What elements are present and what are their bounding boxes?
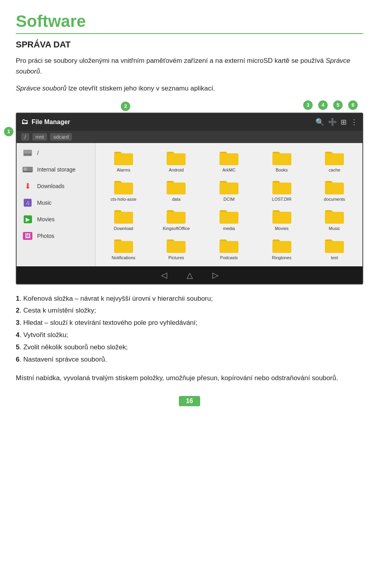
svg-rect-10 bbox=[272, 153, 291, 165]
folder-label: Podcasts bbox=[220, 255, 238, 260]
breadcrumb-root[interactable]: / bbox=[21, 133, 29, 141]
svg-rect-19 bbox=[220, 212, 238, 224]
sidebar-item-music[interactable]: ♫ Music bbox=[17, 194, 95, 211]
svg-rect-13 bbox=[167, 183, 186, 194]
folder-label: Android bbox=[169, 168, 184, 172]
page-number-badge: 16 bbox=[179, 396, 200, 406]
downloads-icon: ⬇ bbox=[22, 182, 33, 190]
sidebar-root-label: / bbox=[37, 150, 39, 156]
movies-icon: ▶ bbox=[22, 215, 33, 224]
callout-3: 3 bbox=[303, 100, 313, 110]
top-bar-actions: 🔍 ➕ ⊞ ⋮ bbox=[315, 118, 358, 126]
svg-rect-12 bbox=[114, 183, 133, 194]
list-item[interactable]: media bbox=[203, 205, 255, 234]
folder-label: Download bbox=[114, 226, 133, 231]
svg-rect-21 bbox=[325, 212, 344, 224]
svg-rect-14 bbox=[220, 183, 238, 194]
sidebar-item-internal[interactable]: Internal storage bbox=[17, 161, 95, 178]
root-icon bbox=[22, 149, 33, 157]
list-item[interactable]: data bbox=[150, 175, 203, 205]
folder-label: cts-holo-asse bbox=[111, 197, 136, 202]
list-item[interactable]: Podcasts bbox=[203, 234, 255, 263]
folder-grid: Alarms Android ArkMC Books cache bbox=[96, 143, 362, 266]
svg-rect-25 bbox=[272, 241, 291, 253]
breadcrumb-bar: / mnt sdcard bbox=[17, 131, 362, 143]
svg-rect-5 bbox=[23, 171, 32, 172]
descriptions-list: 1. Kořenová složka – návrat k nejvyšší ú… bbox=[16, 293, 363, 366]
search-icon[interactable]: 🔍 bbox=[315, 118, 324, 126]
list-item[interactable]: LOST.DIR bbox=[255, 175, 308, 205]
sidebar-item-movies[interactable]: ▶ Movies bbox=[17, 211, 95, 228]
back-button[interactable]: ◁ bbox=[161, 270, 167, 280]
page-number-area: 16 bbox=[16, 396, 363, 406]
music-icon: ♫ bbox=[22, 198, 33, 207]
breadcrumb-mnt[interactable]: mnt bbox=[32, 133, 47, 141]
sidebar-item-root[interactable]: / bbox=[17, 145, 95, 161]
folder-label: Books bbox=[276, 168, 288, 172]
list-item[interactable]: Notifications bbox=[97, 234, 150, 263]
sidebar-internal-label: Internal storage bbox=[37, 166, 75, 173]
list-item[interactable]: cts-holo-asse bbox=[97, 175, 150, 205]
breadcrumb-sdcard[interactable]: sdcard bbox=[50, 133, 72, 141]
folder-label: Ringtones bbox=[272, 255, 292, 260]
sidebar-photos-label: Photos bbox=[37, 233, 54, 239]
list-item[interactable]: Android bbox=[150, 146, 203, 175]
callout-1: 1 bbox=[4, 127, 13, 136]
list-item[interactable]: Books bbox=[255, 146, 308, 175]
svg-rect-17 bbox=[114, 212, 133, 224]
folder-label: DCIM bbox=[223, 197, 235, 202]
callout-2: 2 bbox=[121, 102, 130, 111]
svg-rect-24 bbox=[220, 241, 238, 253]
filter-icon[interactable]: ⊞ bbox=[341, 118, 347, 126]
sidebar: / Internal storage ⬇ Downloads ♫ bbox=[17, 143, 96, 266]
svg-rect-26 bbox=[325, 241, 344, 253]
list-item[interactable]: Ringtones bbox=[255, 234, 308, 263]
recents-button[interactable]: ▷ bbox=[212, 270, 218, 280]
svg-rect-9 bbox=[220, 153, 238, 165]
callout-numbers-row: 2 3 4 5 6 bbox=[16, 100, 363, 113]
svg-rect-6 bbox=[24, 168, 27, 171]
list-item[interactable]: ArkMC bbox=[203, 146, 255, 175]
add-folder-icon[interactable]: ➕ bbox=[328, 118, 337, 126]
svg-rect-22 bbox=[114, 241, 133, 253]
sidebar-movies-label: Movies bbox=[37, 216, 54, 222]
list-item[interactable]: Download bbox=[97, 205, 150, 234]
list-item[interactable]: cache bbox=[308, 146, 361, 175]
svg-point-3 bbox=[30, 154, 31, 155]
list-item[interactable]: Music bbox=[308, 205, 361, 234]
more-icon[interactable]: ⋮ bbox=[351, 118, 358, 126]
folder-label: media bbox=[223, 226, 235, 231]
list-item[interactable]: test bbox=[308, 234, 361, 263]
folder-label: ArkMC bbox=[222, 168, 236, 172]
app-title-text: File Manager bbox=[32, 119, 70, 126]
sidebar-item-downloads[interactable]: ⬇ Downloads bbox=[17, 178, 95, 194]
home-button[interactable]: △ bbox=[187, 270, 193, 280]
page-title: Software bbox=[16, 12, 363, 34]
folder-label: data bbox=[172, 197, 180, 202]
list-item[interactable]: Pictures bbox=[150, 234, 203, 263]
folder-label: documents bbox=[324, 197, 345, 202]
sidebar-item-photos[interactable]: 🖼 Photos bbox=[17, 228, 95, 244]
description-3: 3. Hledat – slouží k otevírání textového… bbox=[16, 317, 363, 329]
list-item[interactable]: documents bbox=[308, 175, 361, 205]
svg-rect-23 bbox=[167, 241, 186, 253]
description-1: 1. Kořenová složka – návrat k nejvyšší ú… bbox=[16, 293, 363, 305]
description-4: 4. Vytvořit složku; bbox=[16, 330, 363, 341]
callout-4: 4 bbox=[318, 100, 328, 110]
svg-rect-16 bbox=[325, 183, 344, 194]
svg-rect-7 bbox=[114, 153, 133, 165]
final-paragraph: Místní nabídka, vyvolaná trvalým stiskem… bbox=[16, 373, 363, 384]
svg-rect-18 bbox=[167, 212, 186, 224]
folder-label: LOST.DIR bbox=[272, 197, 292, 202]
svg-point-2 bbox=[24, 154, 25, 155]
svg-rect-20 bbox=[272, 212, 291, 224]
section-title: SPRÁVA DAT bbox=[16, 40, 363, 50]
callout-5: 5 bbox=[333, 100, 343, 110]
list-item[interactable]: DCIM bbox=[203, 175, 255, 205]
sidebar-downloads-label: Downloads bbox=[37, 183, 64, 189]
intro-paragraph-1: Pro práci se soubory uloženými na vnitřn… bbox=[16, 55, 363, 77]
list-item[interactable]: Alarms bbox=[97, 146, 150, 175]
list-item[interactable]: Movies bbox=[255, 205, 308, 234]
list-item[interactable]: KingsoftOffice bbox=[150, 205, 203, 234]
folder-label: cache bbox=[329, 168, 340, 172]
